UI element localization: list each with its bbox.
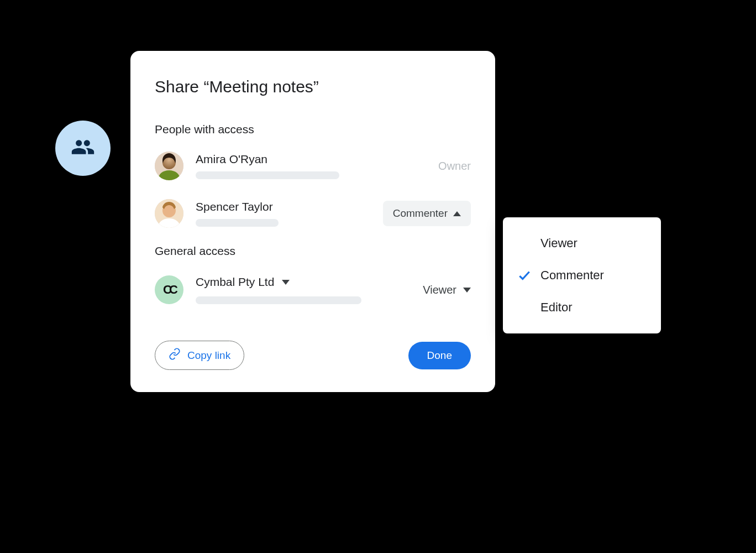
dropdown-option-commenter[interactable]: Commenter xyxy=(503,259,661,291)
role-select-commenter[interactable]: Commenter xyxy=(383,201,471,226)
chevron-down-icon xyxy=(282,280,290,285)
general-access-row: CC Cymbal Pty Ltd Viewer xyxy=(155,270,471,310)
copy-link-label: Copy link xyxy=(187,349,230,362)
dropdown-option-label: Editor xyxy=(540,300,572,315)
share-dialog: Share “Meeting notes” People with access… xyxy=(130,51,495,392)
dropdown-option-viewer[interactable]: Viewer xyxy=(503,227,661,259)
people-badge xyxy=(55,121,111,176)
role-label-owner: Owner xyxy=(438,160,471,173)
chevron-down-icon xyxy=(463,288,471,293)
done-label: Done xyxy=(427,349,452,361)
dropdown-option-editor[interactable]: Editor xyxy=(503,291,661,324)
general-role-label: Viewer xyxy=(423,284,456,296)
general-access-heading: General access xyxy=(155,244,471,258)
org-scope-select[interactable]: Cymbal Pty Ltd xyxy=(196,275,411,289)
done-button[interactable]: Done xyxy=(408,342,471,369)
role-select-label: Commenter xyxy=(393,207,448,220)
placeholder-line xyxy=(196,171,339,179)
org-name: Cymbal Pty Ltd xyxy=(196,275,274,289)
person-name: Amira O'Ryan xyxy=(196,153,426,166)
dialog-title: Share “Meeting notes” xyxy=(155,77,471,96)
people-with-access-heading: People with access xyxy=(155,123,471,136)
person-name: Spencer Taylor xyxy=(196,200,371,213)
check-icon xyxy=(515,268,534,283)
chevron-up-icon xyxy=(453,211,461,216)
general-role-select[interactable]: Viewer xyxy=(423,284,471,296)
placeholder-line xyxy=(196,296,361,304)
avatar xyxy=(155,199,183,228)
person-row: Amira O'Ryan Owner xyxy=(155,148,471,184)
dropdown-option-label: Viewer xyxy=(540,236,578,251)
dropdown-option-label: Commenter xyxy=(540,268,604,283)
link-icon xyxy=(169,348,181,363)
placeholder-line xyxy=(196,219,279,227)
person-row: Spencer Taylor Commenter xyxy=(155,196,471,231)
avatar xyxy=(155,152,183,180)
org-avatar: CC xyxy=(155,275,183,304)
role-dropdown: Viewer Commenter Editor xyxy=(503,217,661,333)
copy-link-button[interactable]: Copy link xyxy=(155,341,244,370)
people-icon xyxy=(71,135,95,161)
